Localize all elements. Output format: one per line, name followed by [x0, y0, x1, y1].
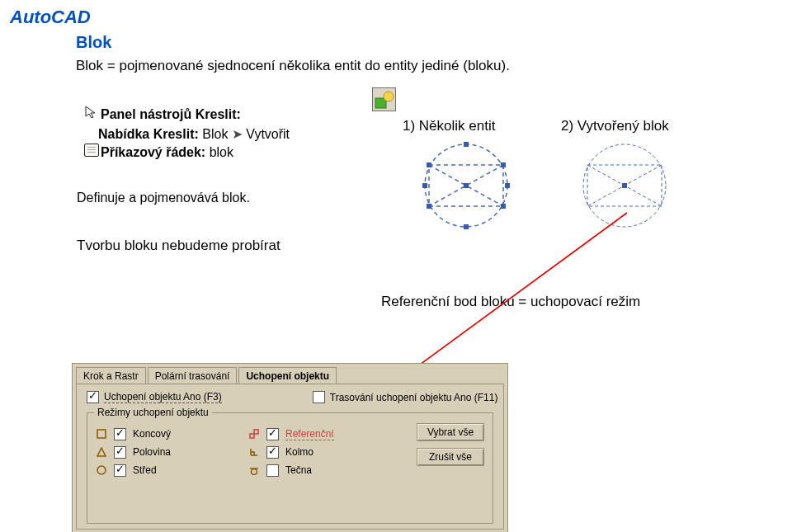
checkbox-icon[interactable]	[114, 464, 126, 477]
snap-midpoint[interactable]: Polovina	[96, 443, 232, 461]
svg-point-24	[252, 469, 257, 475]
select-all-button[interactable]: Vybrat vše	[417, 423, 484, 441]
svg-point-1	[384, 92, 394, 101]
snap-label: Kolmo	[285, 446, 314, 458]
svg-rect-10	[464, 183, 469, 188]
checkbox-icon[interactable]	[114, 428, 126, 440]
check-track-on[interactable]: Trasování uchopení objektu Ano (F11)	[313, 391, 498, 403]
snap-col-1: Koncový Polovina Střed	[96, 425, 232, 479]
insertion-icon	[248, 428, 260, 440]
menu-val2: Vytvořit	[246, 127, 290, 141]
tab-content: Uchopení objektu Ano (F3) Trasování ucho…	[76, 384, 504, 530]
defines-text: Definuje a pojmenovává blok.	[77, 191, 250, 205]
command-value: blok	[210, 145, 233, 159]
block-toolbar-icon	[372, 87, 396, 111]
group-title: Režimy uchopení objektu	[94, 407, 212, 418]
check-label: Uchopení objektu Ano (F3)	[104, 391, 222, 403]
app-title: AutoCAD	[10, 7, 91, 28]
checkbox-icon[interactable]	[266, 428, 279, 440]
snap-center[interactable]: Střed	[96, 461, 232, 479]
checkbox-icon[interactable]	[87, 391, 99, 403]
figure2-label: 2) Vytvořený blok	[561, 118, 669, 134]
snap-insertion[interactable]: Referenční	[248, 425, 384, 443]
svg-point-23	[97, 466, 106, 474]
section-title: Blok	[76, 33, 111, 52]
svg-rect-11	[422, 183, 427, 188]
svg-rect-9	[501, 204, 506, 209]
cursor-icon	[84, 105, 97, 118]
triangle-icon	[96, 446, 107, 458]
checkbox-icon[interactable]	[114, 446, 126, 459]
snap-tangent[interactable]: Tečna	[248, 461, 384, 479]
panel-line: Panel nástrojů Kreslit:	[101, 107, 241, 122]
svg-rect-13	[464, 142, 469, 147]
check-osnap-on[interactable]: Uchopení objektu Ano (F3)	[87, 391, 222, 403]
checkbox-icon[interactable]	[266, 464, 279, 477]
figure1-label: 1) Několik entit	[403, 118, 495, 134]
checkbox-icon[interactable]	[313, 391, 325, 403]
svg-rect-7	[501, 162, 506, 167]
snap-label: Referenční	[285, 428, 334, 440]
svg-rect-6	[427, 162, 431, 167]
square-icon	[96, 428, 107, 440]
snap-endpoint[interactable]: Koncový	[96, 425, 232, 443]
menu-val1: Blok	[202, 127, 228, 141]
svg-rect-12	[505, 183, 510, 188]
tab-polar[interactable]: Polární trasování	[148, 367, 238, 385]
command-line: Příkazový řádek: blok	[101, 145, 233, 160]
tab-osnap[interactable]: Uchopení objektu	[238, 367, 337, 385]
panel-label: Panel nástrojů Kreslit:	[101, 107, 241, 121]
note-text: Tvorbu bloku nebudeme probírat	[77, 238, 280, 254]
checkbox-icon[interactable]	[266, 446, 279, 459]
snap-col-2: Referenční Kolmo Tečna	[248, 425, 384, 479]
command-label: Příkazový řádek:	[101, 145, 205, 159]
osnap-dialog: Krok a Rastr Polární trasování Uchopení …	[72, 363, 508, 532]
snap-label: Polovina	[133, 446, 171, 458]
block-definition: Blok = pojmenované sjednocení několika e…	[76, 58, 510, 74]
check-label: Trasování uchopení objektu Ano (F11)	[330, 392, 498, 403]
menu-line: Nabídka Kreslit: Blok ➤ Vytvořit	[98, 126, 290, 142]
snap-label: Koncový	[133, 428, 171, 440]
button-group: Vybrat vše Zrušit vše	[417, 423, 484, 466]
snap-label: Střed	[133, 464, 157, 476]
snap-perpendicular[interactable]: Kolmo	[248, 443, 384, 461]
tab-krok[interactable]: Krok a Rastr	[76, 367, 146, 385]
top-check-row: Uchopení objektu Ano (F3) Trasování ucho…	[87, 391, 497, 403]
perpendicular-icon	[248, 446, 260, 458]
circle-icon	[96, 464, 107, 476]
chevron-right-icon: ➤	[232, 127, 246, 141]
keyboard-icon	[84, 144, 99, 157]
osnap-group: Režimy uchopení objektu Koncový Polovina	[87, 412, 493, 524]
svg-rect-8	[427, 204, 431, 209]
snap-label: Tečna	[285, 464, 312, 476]
page: AutoCAD Blok Blok = pojmenované sjednoce…	[0, 0, 792, 532]
menu-label: Nabídka Kreslit:	[98, 127, 199, 141]
dialog-tabs: Krok a Rastr Polární trasování Uchopení …	[76, 367, 337, 385]
clear-all-button[interactable]: Zrušit vše	[417, 448, 484, 466]
svg-rect-19	[622, 183, 627, 188]
tangent-icon	[248, 464, 260, 476]
svg-rect-22	[97, 430, 106, 438]
